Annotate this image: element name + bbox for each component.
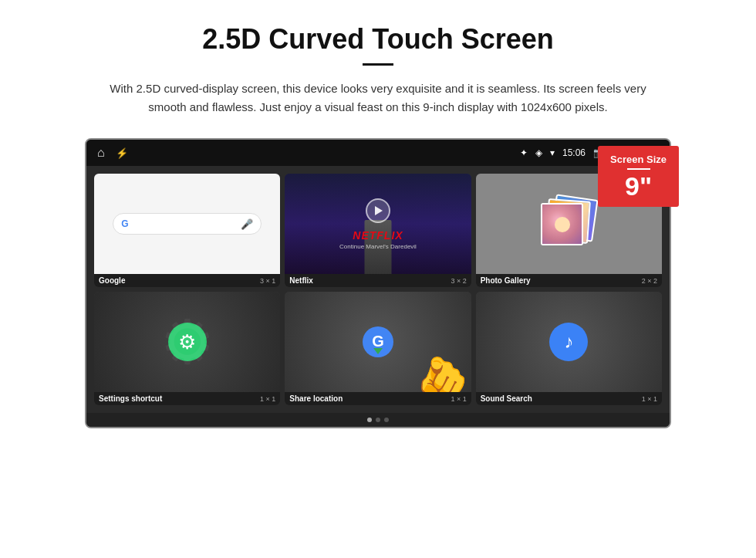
sound-search-tile[interactable]: ♪ Sound Search 1 × 1 bbox=[476, 292, 662, 405]
sound-search-bg: ♪ bbox=[476, 292, 662, 392]
badge-size: 9" bbox=[610, 173, 667, 199]
settings-tile-content: ⚙ ⚙ bbox=[94, 292, 280, 392]
share-location-footer: Share location 1 × 1 bbox=[285, 392, 471, 405]
sound-search-name: Sound Search bbox=[481, 394, 532, 403]
settings-tile[interactable]: ⚙ ⚙ Settings shortcut 1 × 1 bbox=[94, 292, 280, 405]
pagination-dots bbox=[86, 413, 670, 427]
google-tile-bg: G 🎤 bbox=[94, 174, 280, 274]
svg-text:G: G bbox=[372, 333, 384, 350]
settings-bg-icon: ⚙ bbox=[160, 306, 215, 378]
netflix-tile[interactable]: NETFLIX Continue Marvel's Daredevil Netf… bbox=[285, 174, 471, 287]
share-location-bg: G 🫵 bbox=[285, 292, 471, 392]
google-tile[interactable]: G 🎤 Google 3 × 1 bbox=[94, 174, 280, 287]
google-tile-size: 3 × 1 bbox=[260, 277, 275, 285]
music-note-icon: ♪ bbox=[549, 323, 588, 361]
google-tile-footer: Google 3 × 1 bbox=[94, 274, 280, 287]
usb-icon: ⚡ bbox=[116, 147, 128, 159]
google-tile-name: Google bbox=[99, 276, 125, 285]
play-triangle-icon bbox=[375, 206, 383, 215]
netflix-tile-name: Netflix bbox=[289, 276, 313, 285]
time-display: 15:06 bbox=[562, 147, 586, 158]
screen-size-badge: Screen Size 9" bbox=[598, 146, 679, 207]
google-search-bar[interactable]: G 🎤 bbox=[113, 213, 262, 235]
page-title: 2.5D Curved Touch Screen bbox=[202, 23, 553, 56]
bluetooth-icon: ✦ bbox=[520, 147, 528, 158]
netflix-tile-content: NETFLIX Continue Marvel's Daredevil bbox=[285, 174, 471, 274]
netflix-tile-bg: NETFLIX Continue Marvel's Daredevil bbox=[285, 174, 471, 274]
sound-search-footer: Sound Search 1 × 1 bbox=[476, 392, 662, 405]
photo-gallery-footer: Photo Gallery 2 × 2 bbox=[476, 274, 662, 287]
share-location-name: Share location bbox=[289, 394, 343, 403]
device-wrapper: Screen Size 9" ⌂ ⚡ ✦ ◈ ▾ 15:06 📷 🔈 ✕ ⬜ bbox=[85, 138, 671, 428]
share-location-tile[interactable]: G 🫵 Share location 1 × 1 bbox=[285, 292, 471, 405]
home-icon[interactable]: ⌂ bbox=[97, 146, 105, 160]
app-grid-area: G 🎤 Google 3 × 1 bbox=[86, 166, 670, 413]
sound-search-size: 1 × 1 bbox=[642, 395, 657, 403]
settings-tile-footer: Settings shortcut 1 × 1 bbox=[94, 392, 280, 405]
status-bar-left: ⌂ ⚡ bbox=[97, 146, 128, 160]
google-logo-text: G bbox=[121, 218, 128, 229]
sound-search-content: ♪ bbox=[476, 292, 662, 392]
status-bar: ⌂ ⚡ ✦ ◈ ▾ 15:06 📷 🔈 ✕ ⬜ bbox=[86, 140, 670, 166]
badge-divider bbox=[627, 168, 650, 170]
location-icon: ◈ bbox=[535, 147, 542, 158]
netflix-subtitle: Continue Marvel's Daredevil bbox=[339, 243, 417, 250]
netflix-logo-text: NETFLIX bbox=[353, 229, 403, 242]
google-mic-icon: 🎤 bbox=[241, 218, 253, 230]
dot-1 bbox=[367, 418, 372, 422]
netflix-tile-size: 3 × 2 bbox=[451, 277, 466, 285]
photo-gallery-size: 2 × 2 bbox=[642, 277, 657, 285]
dot-3 bbox=[384, 418, 389, 422]
settings-tile-bg: ⚙ ⚙ bbox=[94, 292, 280, 392]
photo-stack bbox=[542, 197, 596, 251]
share-location-content: G 🫵 bbox=[285, 292, 471, 392]
google-tile-content: G 🎤 bbox=[94, 174, 280, 274]
wifi-icon: ▾ bbox=[550, 147, 555, 158]
photo-card-front bbox=[541, 203, 583, 245]
share-location-size: 1 × 1 bbox=[451, 395, 466, 403]
device-screen: ⌂ ⚡ ✦ ◈ ▾ 15:06 📷 🔈 ✕ ⬜ G bbox=[85, 138, 671, 428]
play-button-overlay[interactable] bbox=[366, 198, 390, 223]
page-description: With 2.5D curved-display screen, this de… bbox=[108, 79, 648, 117]
dot-2 bbox=[376, 418, 380, 422]
photo-gallery-name: Photo Gallery bbox=[481, 276, 531, 285]
music-symbol: ♪ bbox=[564, 331, 573, 353]
settings-tile-size: 1 × 1 bbox=[260, 395, 275, 403]
google-maps-icon: G bbox=[361, 325, 395, 359]
settings-tile-name: Settings shortcut bbox=[99, 394, 162, 403]
badge-label: Screen Size bbox=[610, 154, 667, 165]
title-divider bbox=[363, 63, 393, 66]
netflix-tile-footer: Netflix 3 × 2 bbox=[285, 274, 471, 287]
